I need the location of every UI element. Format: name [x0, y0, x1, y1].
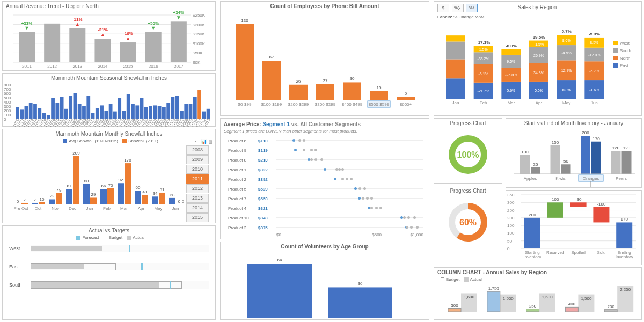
- svg-rect-121: [193, 97, 197, 119]
- svg-text:$150K: $150K: [193, 32, 206, 36]
- btn-dollar[interactable]: $: [437, 4, 449, 12]
- svg-rect-140: [56, 193, 62, 204]
- svg-rect-29: [171, 21, 187, 62]
- btn-pctchg[interactable]: %↕: [466, 4, 478, 12]
- sales-region-panel: $ %∑ %↕ Sales by Region Labels: % Change…: [434, 1, 642, 116]
- svg-rect-183: [262, 61, 281, 100]
- svg-text:Pre Oct: Pre Oct: [13, 206, 28, 211]
- svg-text:$0-$99: $0-$99: [238, 102, 252, 107]
- svg-text:-5.3%: -5.3%: [589, 32, 600, 36]
- svg-text:35: 35: [533, 162, 538, 167]
- year-2011[interactable]: 2011: [186, 174, 209, 184]
- svg-text:51: 51: [160, 187, 165, 192]
- svg-text:-21.7%: -21.7%: [478, 89, 489, 93]
- svg-text:1,500: 1,500: [503, 296, 514, 301]
- seasonal-snow-panel: Mammoth Mountain Seasonal Snowfall in In…: [2, 73, 216, 127]
- svg-rect-111: [171, 97, 175, 119]
- svg-rect-160: [125, 163, 131, 204]
- price-row: Product 9$119: [226, 145, 423, 155]
- svg-text:100: 100: [521, 150, 529, 155]
- svg-text:22: 22: [50, 194, 55, 199]
- svg-rect-159: [118, 183, 124, 204]
- svg-text:70: 70: [108, 183, 113, 188]
- svg-text:178: 178: [124, 158, 131, 163]
- svg-rect-113: [175, 96, 179, 119]
- svg-text:2012: 2012: [47, 64, 57, 69]
- svg-text:Nov: Nov: [52, 206, 59, 211]
- svg-rect-262: [613, 48, 618, 53]
- volunteers-panel: Count of Volunteers by Age Group 6436: [220, 241, 429, 320]
- svg-rect-61: [60, 97, 64, 119]
- svg-text:+34%: +34%: [173, 11, 185, 15]
- year-slicer[interactable]: ⋯ 📊 🗑 20082009201020112012201320142015: [186, 139, 213, 223]
- svg-text:+33%: +33%: [21, 21, 33, 26]
- svg-rect-83: [109, 104, 113, 119]
- svg-text:-6.1%: -6.1%: [479, 72, 488, 76]
- svg-text:+50%: +50%: [148, 21, 159, 26]
- svg-text:150: 150: [507, 223, 515, 228]
- svg-text:Kiwis: Kiwis: [555, 176, 566, 181]
- prog1-chart: 100%: [434, 128, 502, 181]
- ap-sub: Segment 1 prices are LOWER than other se…: [221, 129, 429, 136]
- year-2009[interactable]: 2009: [186, 155, 209, 164]
- svg-text:Apples: Apples: [524, 176, 537, 181]
- svg-rect-109: [166, 103, 170, 119]
- svg-text:$100K: $100K: [193, 41, 206, 46]
- svg-rect-291: [622, 151, 632, 174]
- btn-pctsum[interactable]: %∑: [452, 4, 464, 12]
- svg-text:Mar: Mar: [120, 206, 128, 211]
- year-2013[interactable]: 2013: [186, 194, 209, 203]
- svg-rect-79: [100, 105, 104, 119]
- phone-chart: 130$0-$9967$100-$19926$200-$29927$300-$3…: [221, 11, 429, 115]
- year-2015[interactable]: 2015: [186, 213, 209, 222]
- svg-text:250: 250: [507, 208, 515, 213]
- price-row: Product 7$553: [226, 194, 423, 203]
- svg-rect-149: [83, 184, 90, 204]
- svg-rect-347: [604, 310, 617, 312]
- svg-text:209: 209: [72, 151, 80, 156]
- svg-text:West: West: [620, 41, 630, 46]
- svg-text:0.0%: 0.0%: [535, 89, 543, 92]
- svg-text:1,600: 1,600: [464, 295, 475, 299]
- svg-text:2,250: 2,250: [620, 287, 631, 292]
- monthly-legend: Avg Snowfall (1970-2015) Snowfall (2011): [3, 138, 215, 143]
- price-row: Product 10$843: [226, 213, 423, 223]
- svg-rect-144: [66, 189, 72, 204]
- svg-rect-195: [370, 91, 388, 100]
- svg-rect-343: [565, 307, 578, 312]
- svg-text:Inventory: Inventory: [524, 254, 541, 259]
- year-2014[interactable]: 2014: [186, 203, 209, 213]
- vol-chart: 6436: [221, 251, 429, 318]
- svg-rect-15: [44, 24, 60, 62]
- svg-text:67: 67: [67, 184, 72, 188]
- svg-text:8.5%: 8.5%: [590, 41, 598, 45]
- svg-text:1,500: 1,500: [581, 296, 592, 301]
- svg-text:7: 7: [34, 197, 36, 202]
- svg-text:12.9%: 12.9%: [561, 69, 572, 72]
- inv-title: Start vs End of Month Inventory - Januar…: [506, 119, 641, 128]
- svg-text:-1.6%: -1.6%: [589, 88, 599, 92]
- svg-rect-139: [49, 199, 55, 204]
- svg-text:5.7%: 5.7%: [562, 29, 572, 34]
- svg-text:41: 41: [143, 189, 148, 194]
- svg-text:300: 300: [4, 104, 11, 109]
- svg-rect-170: [159, 193, 165, 204]
- svg-text:-25.8%: -25.8%: [505, 73, 517, 77]
- svg-rect-95: [135, 105, 139, 119]
- svg-text:2016: 2016: [149, 64, 158, 69]
- avgprice-panel: Average Price: Segment 1 vs. All Custome…: [220, 118, 429, 239]
- svg-rect-227: [501, 49, 521, 55]
- year-2008[interactable]: 2008: [186, 145, 209, 155]
- svg-text:34: 34: [153, 191, 158, 196]
- svg-rect-47: [29, 103, 33, 119]
- svg-rect-207: [446, 59, 465, 78]
- actual-targets-panel: Actual vs Targets Forecast Budget Actual…: [2, 225, 216, 320]
- phone-panel: Count of Employees by Phone Bill Amount …: [220, 1, 429, 116]
- year-2012[interactable]: 2012: [186, 184, 209, 193]
- svg-text:300: 300: [507, 200, 515, 205]
- svg-rect-26: [145, 32, 162, 62]
- svg-rect-266: [613, 63, 618, 68]
- year-2010[interactable]: 2010: [186, 165, 209, 174]
- svg-text:100: 100: [552, 197, 559, 202]
- svg-text:150: 150: [552, 140, 559, 145]
